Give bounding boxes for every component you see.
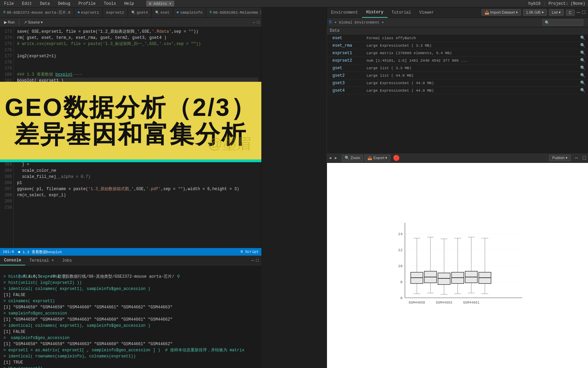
env-row-eset-rma: eset_rma Large ExpressionSet ( 3.3 MB) 🔍 bbox=[327, 42, 588, 49]
below-line-numbers: 203 204 205 206 207 208 209 210 bbox=[0, 160, 14, 256]
code-line-174: rm( gset, eset, term_x, eset_rma, gset, … bbox=[17, 35, 258, 41]
tab-sampleinfo[interactable]: ■sampleinfo bbox=[173, 7, 206, 18]
menu-data[interactable]: Data bbox=[39, 1, 51, 7]
env-search-icon-gset3[interactable]: 🔍 bbox=[580, 80, 585, 86]
boxplot-box-5 bbox=[465, 237, 477, 293]
plot-expand-icon[interactable]: 🔴 bbox=[393, 155, 400, 162]
menu-edit[interactable]: Edit bbox=[21, 1, 33, 7]
zoom-button[interactable]: 🔍 Zoom bbox=[342, 155, 363, 162]
plot-content: 6 8 10 12 14 bbox=[327, 163, 588, 368]
code-line-173: save( GSE,exprset1, file = paste('1.2_原始… bbox=[17, 29, 258, 35]
env-name-eset-rma: eset_rma bbox=[332, 43, 366, 48]
publish-button[interactable]: Publish ▾ bbox=[549, 155, 571, 161]
code-line-178 bbox=[17, 59, 258, 65]
env-type-exprset1: Large matrix (270606 elements, 5.4 MB) bbox=[366, 51, 580, 55]
svg-text:GSM44661: GSM44661 bbox=[463, 301, 479, 305]
env-row-gset2: gset2 Large list ( 44.9 MB) 🔍 bbox=[327, 72, 588, 79]
r-logo: R bbox=[329, 20, 332, 25]
list-button[interactable]: List ▾ bbox=[549, 9, 564, 16]
console-expand[interactable]: □ bbox=[256, 258, 259, 263]
global-env-label[interactable]: ▾ Global Environment ▾ bbox=[334, 20, 384, 25]
env-name-exprset2: exprset2 bbox=[332, 58, 366, 63]
plot-toolbar: ◀ ▶ 🔍 Zoom 📤 Export ▾ 🔴 Publish ▾ — □ bbox=[327, 153, 588, 163]
minimize-editor-button[interactable]: — bbox=[253, 20, 255, 25]
tab-environment[interactable]: Environment bbox=[327, 7, 362, 18]
boxplot-box-2 bbox=[424, 237, 437, 293]
data-label: Data bbox=[330, 28, 340, 33]
banner-watermark: @墨眉 bbox=[208, 134, 251, 153]
plot-arrow-right[interactable]: ▶ bbox=[335, 156, 337, 160]
editor-toolbar: ▶ Run ↗ Source ▾ — □ bbox=[0, 18, 261, 27]
tab-eset[interactable]: 🔍eset bbox=[152, 7, 173, 18]
plot-arrow-left[interactable]: ◀ bbox=[329, 156, 331, 160]
tab-viewer[interactable]: Viewer bbox=[415, 7, 438, 18]
code-line-210 bbox=[17, 204, 258, 211]
env-search-icon-eset-rma[interactable]: 🔍 bbox=[580, 43, 585, 48]
import-dataset-button[interactable]: 📥 Import Dataset ▾ bbox=[481, 9, 521, 16]
publish-area: Publish ▾ bbox=[549, 155, 571, 161]
console-line-11: > sampleinfo$geo_accession bbox=[3, 335, 258, 341]
right-tab-actions: 📥 Import Dataset ▾ 1.06 GiB ▾ List ▾ C —… bbox=[481, 9, 588, 16]
separator bbox=[19, 19, 19, 26]
env-search-icon-gset2[interactable]: 🔍 bbox=[580, 73, 585, 78]
tab-gse91061[interactable]: R00-GSE91061-Melanoma 测试.R bbox=[206, 7, 261, 18]
console-line-9: > identical( colnames( exprset1), sample… bbox=[3, 323, 258, 329]
expand-button[interactable]: □ bbox=[582, 10, 585, 16]
minimize-plot-button[interactable]: — bbox=[575, 155, 578, 161]
console-line-13: > exprset1 = as.matrix( exprset1[ , samp… bbox=[3, 347, 258, 353]
project-label: Project: (None) bbox=[549, 1, 585, 6]
console-line-7: > sampleinfo$geo_accession bbox=[3, 310, 258, 317]
addins-button[interactable]: ⚙ Addins ▾ bbox=[146, 1, 174, 6]
expand-plot-button[interactable]: □ bbox=[583, 155, 586, 161]
tab-tutorial[interactable]: Tutorial bbox=[388, 7, 415, 18]
clear-button[interactable]: C bbox=[566, 10, 575, 16]
below-code-text[interactable]: } + scale_color_ne scale_fill_nej__alpha… bbox=[14, 160, 261, 256]
plot-panel: ◀ ▶ 🔍 Zoom 📤 Export ▾ 🔴 Publish ▾ — □ 6 … bbox=[327, 153, 588, 368]
boxplot-box-3 bbox=[438, 239, 450, 294]
env-row-gset: gset Large list ( 3.3 MB) 🔍 bbox=[327, 64, 588, 72]
menu-file[interactable]: File bbox=[3, 1, 15, 7]
tab-gse2372[interactable]: R00-GSE2372-mouse aorta-芯片.R bbox=[0, 7, 74, 18]
env-type-eset: Formal class AffyBatch bbox=[366, 36, 580, 40]
minimize-button[interactable]: — bbox=[577, 10, 580, 16]
file-type: R Script bbox=[241, 250, 259, 254]
tab-gset4[interactable]: 🔍gset4 bbox=[128, 7, 152, 18]
svg-text:14: 14 bbox=[398, 232, 403, 236]
code-line-204: scale_color_ne bbox=[17, 168, 258, 174]
env-data-header: Data bbox=[327, 27, 588, 34]
boxplot-box-6 bbox=[479, 238, 491, 294]
env-search-input[interactable] bbox=[542, 19, 583, 26]
memory-button[interactable]: 1.06 GiB ▾ bbox=[523, 9, 547, 16]
section-label: ■ 1.3 查看数据boxplot bbox=[18, 249, 62, 255]
svg-text:GSM44663: GSM44663 bbox=[436, 301, 452, 305]
env-search-icon-exprset2[interactable]: 🔍 bbox=[580, 58, 585, 63]
env-search-icon-exprset1[interactable]: 🔍 bbox=[580, 50, 585, 56]
env-type-exprset2: num [1:45101, 1:6] 1461 2440 4542 377 98… bbox=[366, 59, 580, 63]
expand-editor-button[interactable]: □ bbox=[257, 20, 259, 25]
console-line-8: [1] "GSM44658" "GSM44659" "GSM44663" "GS… bbox=[3, 317, 258, 323]
console-header: R R 4.0.5 · ~/9-处理后数据行线/98-其他类型/GSE2372-… bbox=[3, 267, 258, 274]
tab-history[interactable]: History bbox=[362, 7, 387, 18]
env-search-icon-eset[interactable]: 🔍 bbox=[580, 35, 585, 41]
tab-terminal[interactable]: Terminal × bbox=[25, 256, 58, 265]
env-row-exprset1: exprset1 Large matrix (270606 elements, … bbox=[327, 49, 588, 57]
right-toolbar: R ▾ Global Environment ▾ bbox=[327, 18, 588, 27]
status-bar: 181:6 ■ 1.3 查看数据boxplot R Script bbox=[0, 248, 261, 256]
tab-console[interactable]: Console bbox=[0, 256, 25, 265]
tab-exprset1[interactable]: ■exprset1 bbox=[74, 7, 103, 18]
env-search-icon-gset4[interactable]: 🔍 bbox=[580, 88, 585, 93]
run-button[interactable]: ▶ Run bbox=[2, 19, 17, 25]
menu-help[interactable]: Help bbox=[123, 1, 135, 7]
menu-debug[interactable]: Debug bbox=[56, 1, 71, 7]
console-line-5: > colnames( exprset1) bbox=[3, 298, 258, 304]
export-button[interactable]: 📤 Export ▾ bbox=[364, 155, 390, 162]
menu-tools[interactable]: Tools bbox=[102, 1, 117, 7]
env-search-icon-gset[interactable]: 🔍 bbox=[580, 65, 585, 71]
env-type-gset3: Large ExpressionSet ( 44.9 MB) bbox=[366, 81, 580, 85]
tab-jobs[interactable]: Jobs bbox=[58, 256, 76, 265]
code-editor-below: 203 204 205 206 207 208 209 210 } + scal… bbox=[0, 160, 261, 256]
tab-exprset2[interactable]: exprset2 bbox=[103, 7, 128, 18]
console-minimize[interactable]: — bbox=[251, 258, 254, 263]
source-button[interactable]: ↗ Source ▾ bbox=[22, 19, 45, 25]
menu-profile[interactable]: Profile bbox=[77, 1, 97, 7]
